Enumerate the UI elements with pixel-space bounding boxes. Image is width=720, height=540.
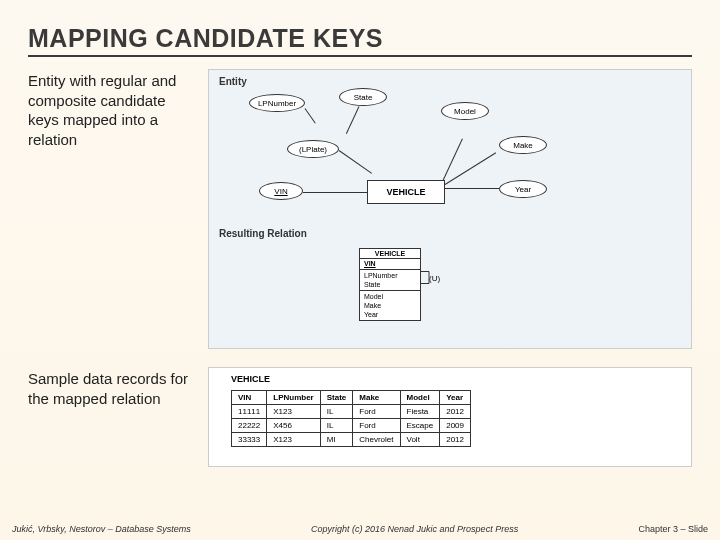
entity-box: VEHICLE	[367, 180, 445, 204]
footer-right: Chapter 3 – Slide	[638, 524, 708, 534]
td: Escape	[400, 419, 440, 433]
th: State	[320, 391, 353, 405]
line	[346, 106, 360, 134]
td: Fiesta	[400, 405, 440, 419]
td: 11111	[232, 405, 267, 419]
th: Model	[400, 391, 440, 405]
rel-attr: State	[360, 280, 420, 289]
td: IL	[320, 419, 353, 433]
line	[429, 272, 430, 284]
attr-lplate: (LPlate)	[287, 140, 339, 158]
attr-make: Make	[499, 136, 547, 154]
td: Ford	[353, 419, 400, 433]
th: Make	[353, 391, 400, 405]
desc-sample: Sample data records for the mapped relat…	[28, 367, 196, 467]
attr-vin: VIN	[259, 182, 303, 200]
table-title: VEHICLE	[231, 374, 270, 384]
td: 2012	[440, 433, 471, 447]
footer-center: Copyright (c) 2016 Nenad Jukic and Prosp…	[311, 524, 518, 534]
slide: MAPPING CANDIDATE KEYS Entity with regul…	[0, 0, 720, 467]
td: X123	[267, 433, 320, 447]
footer: Jukić, Vrbsky, Nestorov – Database Syste…	[0, 524, 720, 534]
td: 33333	[232, 433, 267, 447]
th: LPNumber	[267, 391, 320, 405]
td: 2012	[440, 405, 471, 419]
th: VIN	[232, 391, 267, 405]
td: MI	[320, 433, 353, 447]
table-row: 33333 X123 MI Chevrolet Volt 2012	[232, 433, 471, 447]
td: 2009	[440, 419, 471, 433]
rel-attr: LPNumber	[360, 271, 420, 280]
attr-lpnumber: LPNumber	[249, 94, 305, 112]
attr-year: Year	[499, 180, 547, 198]
rel-attr: Model	[360, 292, 420, 301]
td: Chevrolet	[353, 433, 400, 447]
table-header-row: VIN LPNumber State Make Model Year	[232, 391, 471, 405]
table-row: 11111 X123 IL Ford Fiesta 2012	[232, 405, 471, 419]
rel-attr: Make	[360, 301, 420, 310]
relation-title: VEHICLE	[360, 249, 420, 259]
label-resulting: Resulting Relation	[219, 228, 307, 239]
relation-box: VEHICLE VIN LPNumber State Model Make Ye…	[359, 248, 421, 321]
td: Volt	[400, 433, 440, 447]
footer-left: Jukić, Vrbsky, Nestorov – Database Syste…	[12, 524, 191, 534]
unique-note: (U)	[429, 274, 440, 283]
page-title: MAPPING CANDIDATE KEYS	[28, 24, 692, 57]
td: Ford	[353, 405, 400, 419]
line	[303, 192, 367, 193]
td: 22222	[232, 419, 267, 433]
rel-attr: Year	[360, 310, 420, 319]
line	[305, 108, 316, 123]
relation-pk: VIN	[360, 259, 420, 268]
row-sample: Sample data records for the mapped relat…	[28, 367, 692, 467]
attr-state: State	[339, 88, 387, 106]
figure-entity: Entity LPNumber State Model (LPlate) Mak…	[208, 69, 692, 349]
th: Year	[440, 391, 471, 405]
td: IL	[320, 405, 353, 419]
desc-entity: Entity with regular and composite candid…	[28, 69, 196, 349]
td: X123	[267, 405, 320, 419]
table-row: 22222 X456 IL Ford Escape 2009	[232, 419, 471, 433]
figure-sample: VEHICLE VIN LPNumber State Make Model Ye…	[208, 367, 692, 467]
label-entity: Entity	[219, 76, 247, 87]
row-entity: Entity with regular and composite candid…	[28, 69, 692, 349]
attr-model: Model	[441, 102, 489, 120]
sample-table: VIN LPNumber State Make Model Year 11111…	[231, 390, 471, 447]
line	[339, 150, 372, 174]
line	[445, 188, 499, 189]
td: X456	[267, 419, 320, 433]
